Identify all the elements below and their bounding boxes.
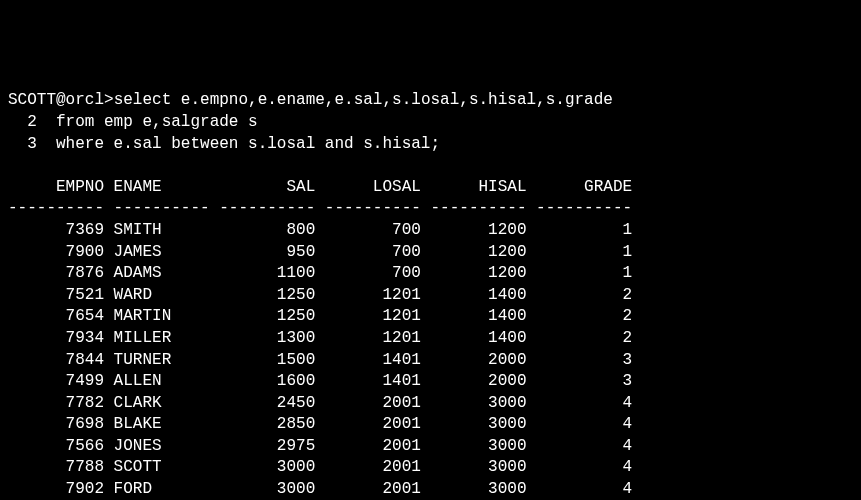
sql-prompt-line-3[interactable]: 3 where e.sal between s.losal and s.hisa… [8,135,440,153]
sql-prompt-line-2[interactable]: 2 from emp e,salgrade s [8,113,258,131]
result-separator-row: ---------- ---------- ---------- -------… [8,199,632,217]
result-rows: 7369 SMITH 800 700 1200 1 7900 JAMES 950… [8,221,632,500]
sql-prompt-line-1[interactable]: SCOTT@orcl>select e.empno,e.ename,e.sal,… [8,91,613,109]
sql-prompt-prefix: SCOTT@orcl> [8,91,114,109]
result-header-row: EMPNO ENAME SAL LOSAL HISAL GRADE [8,178,632,196]
sql-statement-line-1: select e.empno,e.ename,e.sal,s.losal,s.h… [114,91,613,109]
